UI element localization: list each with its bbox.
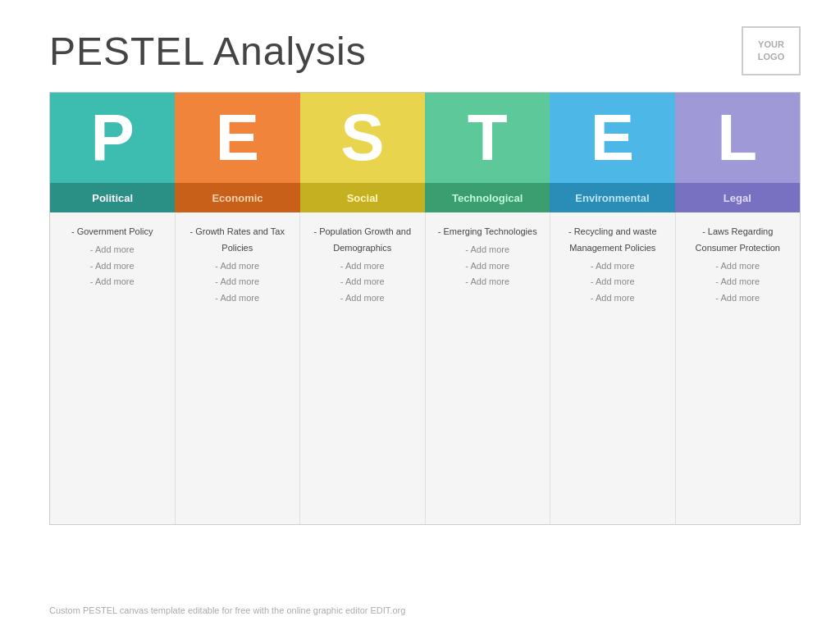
political-sub-2: - Add more (58, 258, 167, 275)
page-title: PESTEL Analysis (49, 29, 367, 74)
letter-e1: E (216, 100, 259, 176)
social-main: - Population Growth and Demographics (308, 224, 417, 257)
technological-sub-2: - Add more (434, 258, 542, 275)
letter-cell-p: P (50, 93, 175, 183)
footer-text: Custom PESTEL canvas template editable f… (49, 605, 405, 615)
letter-cell-e1: E (175, 93, 299, 183)
content-social: - Population Growth and Demographics - A… (300, 212, 426, 524)
label-row: Political Economic Social Technological … (50, 183, 800, 212)
letter-row: P E S T E L (50, 93, 800, 183)
letter-cell-t: T (425, 93, 550, 183)
label-technological: Technological (425, 183, 550, 212)
legal-main: - Laws Regarding Consumer Protection (684, 224, 792, 257)
letter-s: S (340, 100, 384, 176)
legal-sub-2: - Add more (684, 274, 792, 290)
letter-p: P (90, 100, 134, 176)
label-legal: Legal (675, 183, 800, 212)
environmental-main: - Recycling and waste Management Policie… (559, 224, 667, 257)
economic-sub-3: - Add more (184, 290, 292, 307)
content-row: - Government Policy - Add more - Add mor… (50, 212, 800, 524)
content-economic: - Growth Rates and Tax Policies - Add mo… (176, 212, 301, 524)
page-wrapper: PESTEL Analysis YOUR LOGO P E S T E (0, 0, 840, 630)
pestel-table: P E S T E L Political Economic (49, 92, 801, 525)
technological-sub-1: - Add more (434, 242, 542, 258)
label-environmental: Environmental (550, 183, 674, 212)
content-legal: - Laws Regarding Consumer Protection - A… (676, 212, 801, 524)
political-sub-3: - Add more (58, 274, 167, 290)
letter-t: T (468, 100, 508, 176)
political-sub-1: - Add more (58, 242, 167, 258)
label-political: Political (50, 183, 175, 212)
logo-line2: LOGO (758, 51, 784, 63)
letter-e2: E (591, 100, 634, 176)
environmental-sub-2: - Add more (559, 274, 667, 290)
letter-cell-s: S (300, 93, 425, 183)
legal-sub-1: - Add more (684, 258, 792, 275)
economic-sub-2: - Add more (184, 274, 292, 290)
letter-cell-l: L (675, 93, 800, 183)
label-economic: Economic (175, 183, 299, 212)
title-area: PESTEL Analysis YOUR LOGO (0, 0, 840, 92)
technological-sub-3: - Add more (434, 274, 542, 290)
social-sub-2: - Add more (308, 274, 417, 290)
environmental-sub-3: - Add more (559, 290, 667, 307)
economic-sub-1: - Add more (184, 258, 292, 275)
social-sub-1: - Add more (308, 258, 417, 275)
environmental-sub-1: - Add more (559, 258, 667, 275)
letter-cell-e2: E (550, 93, 674, 183)
logo-line1: YOUR (758, 39, 784, 51)
technological-main: - Emerging Technologies (434, 224, 542, 240)
label-social: Social (300, 183, 425, 212)
footer: Custom PESTEL canvas template editable f… (49, 605, 405, 615)
content-environmental: - Recycling and waste Management Policie… (550, 212, 676, 524)
economic-main: - Growth Rates and Tax Policies (184, 224, 292, 257)
social-sub-3: - Add more (308, 290, 417, 307)
legal-sub-3: - Add more (684, 290, 792, 307)
political-main: - Government Policy (58, 224, 167, 240)
content-political: - Government Policy - Add more - Add mor… (50, 212, 176, 524)
content-technological: - Emerging Technologies - Add more - Add… (426, 212, 551, 524)
logo-box: YOUR LOGO (742, 26, 801, 75)
letter-l: L (717, 100, 757, 176)
